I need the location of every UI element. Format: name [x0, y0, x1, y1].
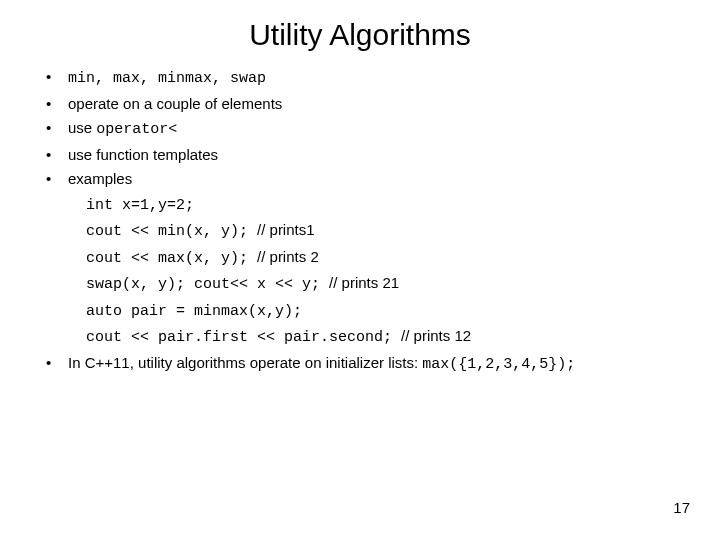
- bullet-item: use function templates: [40, 144, 680, 167]
- bullet-item: In C++11, utility algorithms operate on …: [40, 352, 680, 377]
- code-text: cout << max(x, y);: [86, 250, 257, 267]
- code-text: int x=1,y=2;: [86, 197, 194, 214]
- bullet-code: operator<: [96, 121, 177, 138]
- bullet-code: max({1,2,3,4,5});: [422, 356, 575, 373]
- code-text: swap(x, y); cout<< x << y;: [86, 276, 329, 293]
- code-line: swap(x, y); cout<< x << y; // prints 21: [86, 272, 680, 297]
- bullet-item: use operator<: [40, 117, 680, 142]
- code-line: cout << pair.first << pair.second; // pr…: [86, 325, 680, 350]
- code-text: cout << min(x, y);: [86, 223, 257, 240]
- bullet-text: In C++11, utility algorithms operate on …: [68, 354, 422, 371]
- bullet-code: min, max, minmax, swap: [68, 70, 266, 87]
- code-line: int x=1,y=2;: [86, 193, 680, 218]
- code-comment: // prints1: [257, 221, 315, 238]
- code-comment: // prints 21: [329, 274, 399, 291]
- slide-title: Utility Algorithms: [40, 18, 680, 52]
- bullet-list-lower: In C++11, utility algorithms operate on …: [40, 352, 680, 377]
- bullet-list: min, max, minmax, swap operate on a coup…: [40, 66, 680, 191]
- example-block: int x=1,y=2; cout << min(x, y); // print…: [86, 193, 680, 350]
- slide: Utility Algorithms min, max, minmax, swa…: [0, 0, 720, 540]
- bullet-text: operate on a couple of elements: [68, 95, 282, 112]
- code-line: cout << max(x, y); // prints 2: [86, 246, 680, 271]
- page-number: 17: [673, 499, 690, 516]
- code-comment: // prints 12: [401, 327, 471, 344]
- code-line: cout << min(x, y); // prints1: [86, 219, 680, 244]
- bullet-text: use function templates: [68, 146, 218, 163]
- bullet-item: examples: [40, 168, 680, 191]
- code-comment: // prints 2: [257, 248, 319, 265]
- bullet-item: min, max, minmax, swap: [40, 66, 680, 91]
- bullet-item: operate on a couple of elements: [40, 93, 680, 116]
- bullet-text: use: [68, 119, 96, 136]
- code-line: auto pair = minmax(x,y);: [86, 299, 680, 324]
- code-text: auto pair = minmax(x,y);: [86, 303, 302, 320]
- code-text: cout << pair.first << pair.second;: [86, 329, 401, 346]
- bullet-text: examples: [68, 170, 132, 187]
